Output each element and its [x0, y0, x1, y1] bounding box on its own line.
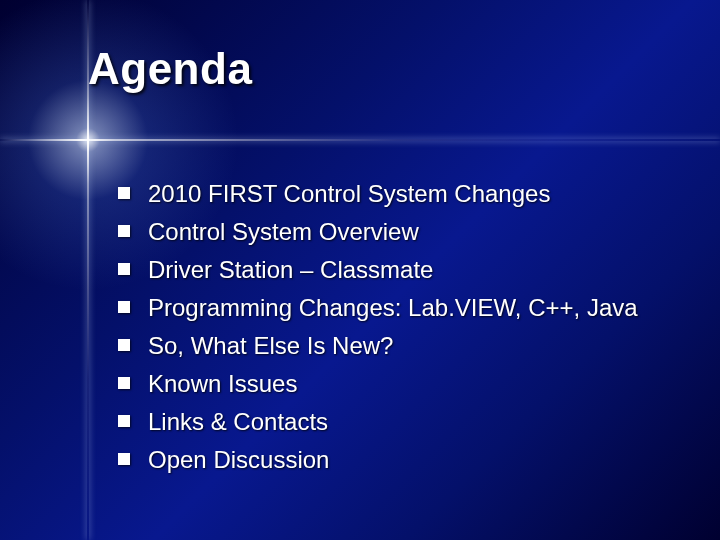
list-item-text: Control System Overview: [148, 216, 419, 248]
list-item-text: Links & Contacts: [148, 406, 328, 438]
list-item: 2010 FIRST Control System Changes: [118, 178, 680, 210]
list-item-text: Driver Station – Classmate: [148, 254, 433, 286]
square-bullet-icon: [118, 263, 130, 275]
lens-flare-horizontal: [0, 139, 720, 141]
list-item-text: So, What Else Is New?: [148, 330, 393, 362]
square-bullet-icon: [118, 301, 130, 313]
list-item-text: Known Issues: [148, 368, 297, 400]
square-bullet-icon: [118, 339, 130, 351]
slide-title: Agenda: [88, 44, 252, 94]
list-item-text: 2010 FIRST Control System Changes: [148, 178, 550, 210]
list-item-text: Programming Changes: Lab.VIEW, C++, Java: [148, 292, 638, 324]
square-bullet-icon: [118, 187, 130, 199]
square-bullet-icon: [118, 377, 130, 389]
list-item: Programming Changes: Lab.VIEW, C++, Java: [118, 292, 680, 324]
list-item: Control System Overview: [118, 216, 680, 248]
slide: Agenda 2010 FIRST Control System Changes…: [0, 0, 720, 540]
square-bullet-icon: [118, 225, 130, 237]
list-item: Links & Contacts: [118, 406, 680, 438]
list-item: Known Issues: [118, 368, 680, 400]
square-bullet-icon: [118, 415, 130, 427]
square-bullet-icon: [118, 453, 130, 465]
list-item: So, What Else Is New?: [118, 330, 680, 362]
list-item: Driver Station – Classmate: [118, 254, 680, 286]
list-item: Open Discussion: [118, 444, 680, 476]
bullet-list: 2010 FIRST Control System Changes Contro…: [118, 178, 680, 482]
list-item-text: Open Discussion: [148, 444, 329, 476]
